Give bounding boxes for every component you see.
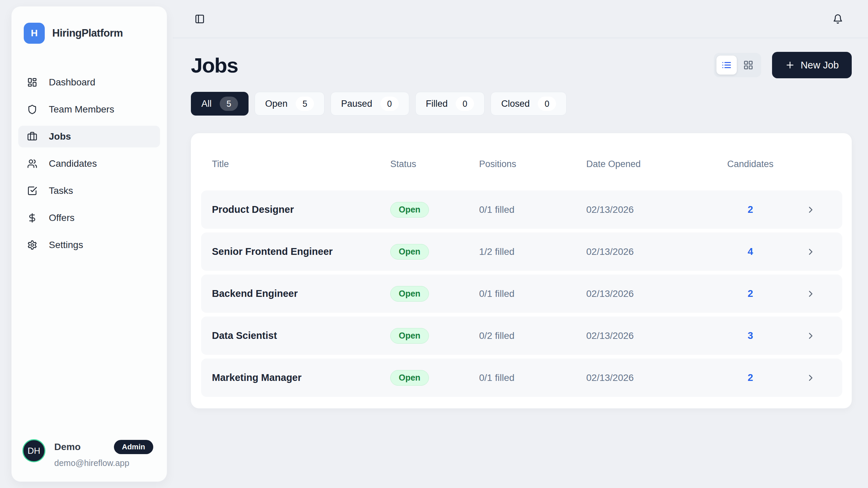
job-title: Product Designer	[212, 204, 390, 215]
user-panel[interactable]: DH Demo Admin demo@hireflow.app	[18, 439, 160, 468]
chevron-right-icon	[806, 289, 816, 299]
list-icon	[722, 60, 732, 70]
status-badge: Open	[390, 244, 429, 260]
column-title: Title	[212, 159, 390, 169]
column-positions: Positions	[479, 159, 586, 169]
filter-count-badge: 0	[380, 97, 399, 111]
jobs-table-card: Title Status Positions Date Opened Candi…	[191, 133, 852, 408]
table-body: Product Designer Open 0/1 filled 02/13/2…	[201, 190, 842, 397]
chevron-right-icon	[806, 373, 816, 383]
table-row[interactable]: Senior Frontend Engineer Open 1/2 filled…	[201, 232, 842, 271]
sidebar-item-team-members[interactable]: Team Members	[18, 99, 160, 120]
sidebar-toggle-button[interactable]	[193, 12, 207, 26]
date-opened: 02/13/2026	[586, 204, 722, 215]
candidates-count[interactable]: 2	[722, 204, 779, 215]
filter-count-badge: 0	[538, 97, 556, 111]
user-name: Demo	[54, 442, 81, 452]
page-title: Jobs	[191, 53, 238, 77]
panel-left-icon	[195, 14, 205, 24]
row-open-button[interactable]	[806, 289, 816, 299]
row-open-button[interactable]	[806, 247, 816, 257]
filter-count-badge: 0	[456, 97, 474, 111]
status-filters: All 5 Open 5 Paused 0 Filled 0 Closed 0	[191, 92, 852, 116]
status-badge: Open	[390, 328, 429, 344]
app-logo: H	[24, 23, 45, 44]
positions-filled: 0/1 filled	[479, 204, 586, 215]
sidebar-item-tasks[interactable]: Tasks	[18, 180, 160, 202]
status-badge: Open	[390, 202, 429, 218]
candidates-count[interactable]: 2	[722, 288, 779, 299]
filter-count-badge: 5	[220, 97, 238, 111]
date-opened: 02/13/2026	[586, 330, 722, 341]
grid-view-button[interactable]	[738, 56, 758, 75]
column-candidates: Candidates	[722, 159, 779, 169]
main-area: Jobs	[173, 0, 868, 488]
positions-filled: 0/2 filled	[479, 330, 586, 341]
table-row[interactable]: Marketing Manager Open 0/1 filled 02/13/…	[201, 359, 842, 397]
bell-icon	[833, 14, 843, 24]
candidates-count[interactable]: 2	[722, 372, 779, 383]
status-badge: Open	[390, 370, 429, 386]
sidebar-item-candidates[interactable]: Candidates	[18, 153, 160, 175]
chevron-right-icon	[806, 331, 816, 341]
list-view-button[interactable]	[716, 56, 737, 75]
page-content: Jobs	[173, 38, 868, 408]
filter-tab-closed[interactable]: Closed 0	[491, 92, 567, 116]
gear-icon	[27, 240, 37, 250]
job-title: Senior Frontend Engineer	[212, 246, 390, 257]
users-icon	[27, 159, 37, 169]
positions-filled: 1/2 filled	[479, 246, 586, 257]
date-opened: 02/13/2026	[586, 372, 722, 383]
chevron-right-icon	[806, 205, 816, 215]
table-header: Title Status Positions Date Opened Candi…	[201, 141, 842, 190]
job-title: Marketing Manager	[212, 372, 390, 383]
sidebar-nav: Dashboard Team Members Jobs Candidates T…	[18, 72, 160, 256]
shield-icon	[27, 104, 37, 115]
dashboard-icon	[27, 77, 37, 87]
column-date-opened: Date Opened	[586, 159, 722, 169]
plus-icon	[785, 60, 795, 70]
sidebar-item-settings[interactable]: Settings	[18, 234, 160, 256]
row-open-button[interactable]	[806, 205, 816, 215]
table-row[interactable]: Data Scientist Open 0/2 filled 02/13/202…	[201, 317, 842, 355]
chevron-right-icon	[806, 247, 816, 257]
dollar-icon	[27, 213, 37, 223]
date-opened: 02/13/2026	[586, 246, 722, 257]
notifications-button[interactable]	[831, 12, 845, 26]
row-open-button[interactable]	[806, 331, 816, 341]
view-toggle	[714, 53, 761, 77]
topbar	[173, 0, 868, 38]
filter-tab-filled[interactable]: Filled 0	[415, 92, 485, 116]
app-brand: H HiringPlatform	[18, 23, 160, 44]
role-badge: Admin	[114, 440, 153, 454]
user-email: demo@hireflow.app	[54, 458, 156, 468]
column-status: Status	[390, 159, 479, 169]
job-title: Backend Engineer	[212, 288, 390, 299]
avatar: DH	[22, 439, 45, 462]
job-title: Data Scientist	[212, 330, 390, 341]
grid-icon	[743, 60, 753, 70]
table-row[interactable]: Product Designer Open 0/1 filled 02/13/2…	[201, 190, 842, 229]
app-name: HiringPlatform	[52, 27, 123, 39]
candidates-count[interactable]: 3	[722, 330, 779, 341]
row-open-button[interactable]	[806, 373, 816, 383]
sidebar: H HiringPlatform Dashboard Team Members …	[11, 6, 167, 482]
date-opened: 02/13/2026	[586, 288, 722, 299]
sidebar-item-dashboard[interactable]: Dashboard	[18, 72, 160, 93]
filter-tab-open[interactable]: Open 5	[255, 92, 324, 116]
briefcase-icon	[27, 131, 37, 142]
filter-tab-all[interactable]: All 5	[191, 92, 249, 116]
candidates-count[interactable]: 4	[722, 246, 779, 257]
filter-tab-paused[interactable]: Paused 0	[331, 92, 409, 116]
table-row[interactable]: Backend Engineer Open 0/1 filled 02/13/2…	[201, 274, 842, 313]
sidebar-item-jobs[interactable]: Jobs	[18, 126, 160, 147]
positions-filled: 0/1 filled	[479, 372, 586, 383]
tasks-icon	[27, 186, 37, 196]
filter-count-badge: 5	[296, 97, 314, 111]
new-job-button[interactable]: New Job	[772, 52, 852, 78]
status-badge: Open	[390, 286, 429, 302]
sidebar-item-offers[interactable]: Offers	[18, 207, 160, 229]
positions-filled: 0/1 filled	[479, 288, 586, 299]
